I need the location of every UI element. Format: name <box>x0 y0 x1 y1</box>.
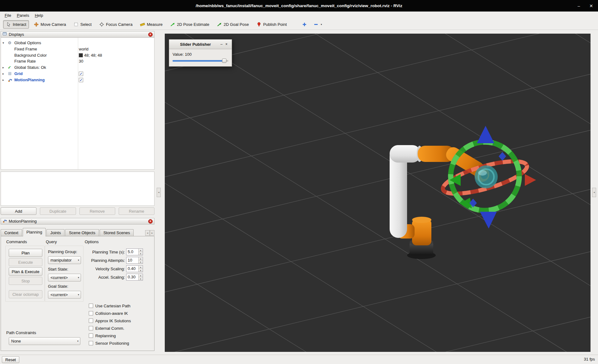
left-splitter-handle[interactable]: ◂ <box>157 188 161 197</box>
3d-viewport[interactable]: Slider Publisher – × Value: 100 <box>165 34 591 352</box>
spin-up-icon[interactable]: ▴ <box>139 249 143 252</box>
tool-interact[interactable]: Interact <box>3 20 29 29</box>
spin-up-icon[interactable]: ▴ <box>139 274 143 277</box>
tool-publish-point[interactable]: Publish Point <box>254 20 290 29</box>
motionplanning-icon <box>8 77 13 83</box>
close-button[interactable]: ✕ <box>589 3 593 8</box>
remove-tool-icon <box>313 22 319 27</box>
tree-row-global-status[interactable]: ▸ ✓ Global Status: Ok <box>1 64 154 71</box>
sensor-positioning-checkbox[interactable] <box>89 341 93 345</box>
plan-button[interactable]: Plan <box>9 249 42 257</box>
slider-value-label: Value: 100 <box>173 52 228 57</box>
velocity-scaling-spinbox[interactable]: 0.40 ▴▾ <box>126 265 143 272</box>
external-comm-checkbox[interactable] <box>89 326 93 330</box>
minimize-button[interactable]: – <box>577 3 580 8</box>
robot-j1-link <box>412 219 431 245</box>
slider-publisher-titlebar[interactable]: Slider Publisher – × <box>169 40 232 49</box>
value-slider[interactable] <box>173 60 228 62</box>
tree-row-background-color[interactable]: Background Color 48; 48; 48 <box>1 52 154 59</box>
tree-row-fixed-frame[interactable]: Fixed Frame world <box>1 46 154 52</box>
slider-publisher-title: Slider Publisher <box>172 42 219 47</box>
planning-time-spinbox[interactable]: 5.0 ▴▾ <box>126 248 143 255</box>
slider-handle[interactable] <box>222 59 226 63</box>
add-display-button[interactable]: Add <box>1 207 36 215</box>
commands-section-label: Commands <box>6 239 27 244</box>
collision-aware-ik-checkbox[interactable] <box>89 311 93 315</box>
expander-icon[interactable]: ▾ <box>2 40 6 46</box>
tab-stored-scenes[interactable]: Stored Scenes <box>100 229 134 236</box>
spin-down-icon[interactable]: ▾ <box>139 261 143 264</box>
goal-state-label: Goal State: <box>48 284 68 289</box>
expander-icon[interactable]: ▸ <box>2 77 6 83</box>
spin-up-icon[interactable]: ▴ <box>139 266 143 269</box>
motionplanning-close-button[interactable]: × <box>148 219 153 224</box>
menu-help[interactable]: Help <box>32 12 46 18</box>
tool-move-camera[interactable]: Move Camera <box>31 20 69 29</box>
tree-row-grid[interactable]: ▸ Grid ✓ <box>1 71 154 77</box>
tool-focus-camera[interactable]: Focus Camera <box>96 20 135 29</box>
use-cartesian-path-checkbox[interactable] <box>89 304 93 308</box>
tool-select[interactable]: Select <box>71 20 94 29</box>
slider-publisher-window[interactable]: Slider Publisher – × Value: 100 <box>169 39 232 67</box>
scene-canvas <box>165 34 591 352</box>
approx-ik-solutions-checkbox[interactable] <box>89 319 93 323</box>
motionplanning-panel-header[interactable]: MotionPlanning × <box>1 218 154 225</box>
menu-file[interactable]: File <box>2 12 14 18</box>
path-constraints-dropdown[interactable]: None ▾ <box>9 337 80 345</box>
tool-measure[interactable]: Measure <box>137 20 165 29</box>
tool-2d-goal-pose[interactable]: 2D Goal Pose <box>214 20 252 29</box>
tab-context[interactable]: Context <box>1 229 22 236</box>
displays-panel-header[interactable]: Displays × <box>1 31 154 38</box>
titlebar[interactable]: /home/nbb/ws_fanuc/install/fanuc_moveit_… <box>0 0 598 12</box>
start-state-dropdown[interactable]: <current> ▾ <box>48 274 81 281</box>
motionplanning-enabled-checkbox[interactable]: ✓ <box>79 78 83 82</box>
menu-panels[interactable]: Panels <box>14 12 32 18</box>
grid-display-icon <box>8 71 13 77</box>
motionplanning-panel-title: MotionPlanning <box>9 219 37 224</box>
marker-blue-diamond-upper <box>499 152 506 161</box>
goal-state-dropdown[interactable]: <current> ▾ <box>48 291 81 299</box>
tab-scene-objects[interactable]: Scene Objects <box>65 229 99 236</box>
query-section-label: Query <box>46 239 57 244</box>
tab-joints[interactable]: Joints <box>46 229 64 236</box>
frame-rate-value[interactable]: 30 <box>79 58 83 64</box>
replanning-checkbox[interactable] <box>89 333 93 338</box>
displays-tree[interactable]: ▾ ⚙ Global Options Fixed Frame world Bac… <box>1 38 154 170</box>
spin-down-icon[interactable]: ▾ <box>139 269 143 272</box>
add-tool-button[interactable] <box>300 20 309 29</box>
expander-icon[interactable]: ▸ <box>2 64 6 71</box>
planning-attempts-spinbox[interactable]: 10 ▴▾ <box>126 257 143 264</box>
grid-enabled-checkbox[interactable]: ✓ <box>79 72 83 76</box>
spin-down-icon[interactable]: ▾ <box>139 252 143 255</box>
slider-close-button[interactable]: × <box>224 42 229 46</box>
accel-scaling-spinbox[interactable]: 0.30 ▴▾ <box>126 274 143 281</box>
tree-row-motionplanning[interactable]: ▸ MotionPlanning ✓ <box>1 77 154 83</box>
right-splitter-handle[interactable]: ◂ <box>592 188 596 197</box>
expander-icon[interactable]: ▸ <box>2 71 6 77</box>
add-tool-icon <box>302 22 307 27</box>
displays-buttons-row: Add Duplicate Remove Rename <box>1 207 154 215</box>
tool-2d-pose-estimate[interactable]: 2D Pose Estimate <box>167 20 212 29</box>
remove-tool-button[interactable]: ▾ <box>311 20 324 29</box>
tree-row-frame-rate[interactable]: Frame Rate 30 <box>1 58 154 64</box>
move-camera-icon <box>34 22 39 27</box>
fixed-frame-value[interactable]: world <box>79 46 88 52</box>
viewport-grid <box>165 34 591 352</box>
reset-button[interactable]: Reset <box>2 356 19 363</box>
spin-up-icon[interactable]: ▴ <box>139 257 143 261</box>
motionplanning-icon <box>2 219 7 224</box>
stop-button: Stop <box>9 277 42 285</box>
displays-close-button[interactable]: × <box>148 32 153 37</box>
planning-time-label: Planning Time (s): <box>92 250 125 254</box>
tab-planning[interactable]: Planning <box>23 228 46 236</box>
plan-and-execute-button[interactable]: Plan & Execute <box>9 267 42 276</box>
spin-down-icon[interactable]: ▾ <box>139 277 143 281</box>
tree-row-global-options[interactable]: ▾ ⚙ Global Options <box>1 40 154 46</box>
color-swatch <box>79 53 83 57</box>
slider-minimize-button[interactable]: – <box>219 42 224 46</box>
publish-point-icon <box>256 22 262 27</box>
tab-scroll-left-icon[interactable]: ◂ <box>145 230 150 236</box>
tab-scroll-right-icon[interactable]: ▸ <box>150 230 154 236</box>
background-color-value[interactable]: 48; 48; 48 <box>79 52 102 59</box>
planning-group-dropdown[interactable]: manipulator ▾ <box>48 256 81 264</box>
